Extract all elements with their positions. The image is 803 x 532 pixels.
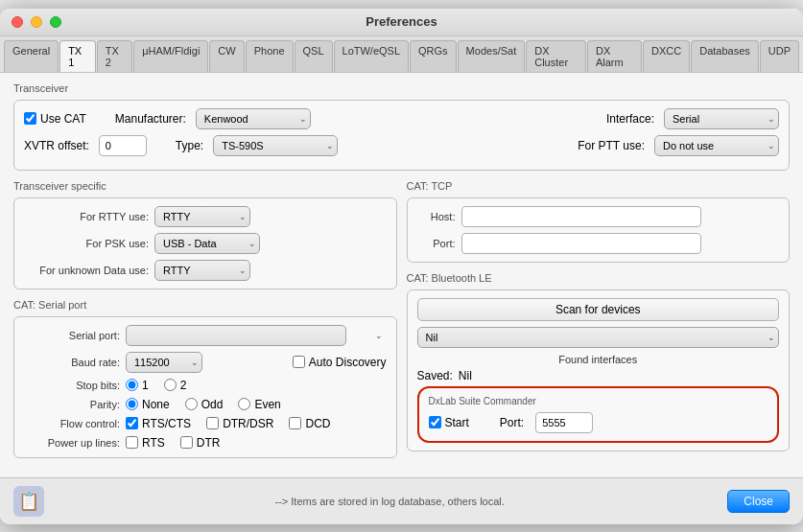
cat-serial-section: CAT: Serial port Serial port: ⌄ xyxy=(13,299,397,458)
tab-phone[interactable]: Phone xyxy=(246,40,294,72)
flow-rts-wrap: RTS/CTS xyxy=(126,417,191,430)
stop-bits-1-label: 1 xyxy=(142,379,149,392)
tab-dxcluster[interactable]: DX Cluster xyxy=(526,40,586,72)
power-dtr-checkbox[interactable] xyxy=(180,436,193,449)
unknown-select[interactable]: RTTY xyxy=(154,260,250,281)
baud-rate-row: Baud rate: 115200 ⌄ Auto Discovery xyxy=(24,352,387,373)
max-traffic-light[interactable] xyxy=(50,16,61,28)
rtty-select[interactable]: RTTY xyxy=(154,206,250,227)
host-input[interactable] xyxy=(461,206,701,227)
cat-tcp-section: CAT: TCP Host: Port: xyxy=(407,180,791,263)
nil-select-wrap: Nil ⌄ xyxy=(417,327,780,348)
stop-bits-1-wrap: 1 xyxy=(126,379,149,392)
psk-select-wrap: USB - Data ⌄ xyxy=(154,233,260,254)
dxlab-port-label: Port: xyxy=(500,416,524,429)
manufacturer-label: Manufacturer: xyxy=(115,112,186,126)
use-cat-wrap: Use CAT xyxy=(24,112,86,126)
min-traffic-light[interactable] xyxy=(31,16,42,28)
scan-button[interactable]: Scan for devices xyxy=(417,298,780,321)
unknown-select-wrap: RTTY ⌄ xyxy=(154,260,250,281)
for-ptt-select-wrap: Do not use ⌄ xyxy=(654,135,779,156)
psk-select[interactable]: USB - Data xyxy=(154,233,260,254)
tab-cw[interactable]: CW xyxy=(209,40,244,72)
transceiver-box: Use CAT Manufacturer: Kenwood ⌄ Interfac… xyxy=(13,100,790,171)
transceiver-specific-section: Transceiver specific For RTTY use: RTTY … xyxy=(13,180,397,289)
interface-select[interactable]: Serial xyxy=(664,108,779,129)
saved-value: Nil xyxy=(459,369,472,382)
stop-bits-2-label: 2 xyxy=(180,379,187,392)
dxlab-start-wrap: Start xyxy=(429,416,469,429)
flow-dtr-checkbox[interactable] xyxy=(206,417,219,429)
xvtr-offset-input[interactable] xyxy=(99,135,147,156)
parity-none-radio[interactable] xyxy=(126,398,138,410)
tab-qsl[interactable]: QSL xyxy=(295,40,333,72)
type-select[interactable]: TS-590S xyxy=(213,135,338,156)
logbook-symbol: 📋 xyxy=(18,491,39,512)
manufacturer-select[interactable]: Kenwood xyxy=(196,108,311,129)
dxlab-start-checkbox[interactable] xyxy=(429,416,441,428)
use-cat-checkbox[interactable] xyxy=(24,112,36,125)
tab-modes[interactable]: Modes/Sat xyxy=(458,40,526,72)
dxlab-title: DxLab Suite Commander xyxy=(429,396,768,406)
parity-even-radio[interactable] xyxy=(238,398,250,410)
parity-none-label: None xyxy=(142,398,170,411)
host-label: Host: xyxy=(417,211,456,222)
nil-row: Nil ⌄ xyxy=(417,327,780,348)
tab-databases[interactable]: Databases xyxy=(691,40,759,72)
tab-qrgs[interactable]: QRGs xyxy=(410,40,457,72)
tcp-port-row: Port: xyxy=(417,233,780,254)
tab-udp[interactable]: UDP xyxy=(760,40,799,72)
tab-tx1[interactable]: TX 1 xyxy=(59,40,96,72)
dxlab-port-input[interactable] xyxy=(535,412,593,433)
flow-rts-checkbox[interactable] xyxy=(126,417,138,429)
auto-discovery-label: Auto Discovery xyxy=(309,356,387,369)
tab-uham[interactable]: μHAM/Fldigi xyxy=(133,40,208,72)
stop-bits-row: Stop bits: 1 2 xyxy=(24,379,387,392)
parity-even-label: Even xyxy=(254,398,280,411)
for-ptt-label: For PTT use: xyxy=(578,139,645,152)
right-col: CAT: TCP Host: Port: CAT: Blue xyxy=(407,180,791,468)
title-bar: Preferences xyxy=(0,9,803,36)
power-up-row: Power up lines: RTS DTR xyxy=(24,436,387,450)
parity-even-wrap: Even xyxy=(238,398,280,411)
parity-odd-label: Odd xyxy=(201,398,224,411)
serial-port-label: Serial port: xyxy=(24,330,120,341)
stop-bits-2-radio[interactable] xyxy=(164,379,177,391)
stop-bits-2-wrap: 2 xyxy=(164,379,187,392)
transceiver-row1: Use CAT Manufacturer: Kenwood ⌄ Interfac… xyxy=(24,108,779,129)
tab-dxalarm[interactable]: DX Alarm xyxy=(587,40,642,72)
tcp-port-input[interactable] xyxy=(461,233,701,254)
close-button[interactable]: Close xyxy=(727,490,790,513)
nil-select[interactable]: Nil xyxy=(417,327,780,348)
manufacturer-select-wrap: Kenwood ⌄ xyxy=(196,108,311,129)
auto-discovery-checkbox[interactable] xyxy=(293,356,305,368)
for-ptt-select[interactable]: Do not use xyxy=(654,135,779,156)
cat-bluetooth-title: CAT: Bluetooth LE xyxy=(407,272,791,284)
power-rts-label: RTS xyxy=(142,436,165,450)
power-rts-checkbox[interactable] xyxy=(126,436,138,449)
parity-label: Parity: xyxy=(24,399,120,410)
parity-odd-radio[interactable] xyxy=(185,398,198,410)
tab-lotw[interactable]: LoTW/eQSL xyxy=(334,40,410,72)
dxlab-row: Start Port: xyxy=(429,412,768,433)
tab-dxcc[interactable]: DXCC xyxy=(643,40,690,72)
saved-row: Saved: Nil xyxy=(417,369,780,382)
saved-label: Saved: xyxy=(417,369,453,382)
serial-port-row: Serial port: ⌄ xyxy=(24,325,387,346)
rtty-label: For RTTY use: xyxy=(24,211,149,222)
transceiver-row2: XVTR offset: Type: TS-590S ⌄ For PTT use… xyxy=(24,135,779,156)
parity-row: Parity: None Odd xyxy=(24,398,387,411)
unknown-row: For unknown Data use: RTTY ⌄ xyxy=(24,260,387,281)
tab-general[interactable]: General xyxy=(4,40,59,72)
baud-rate-select[interactable]: 115200 xyxy=(126,352,202,373)
baud-rate-label: Baud rate: xyxy=(24,357,120,368)
baud-rate-select-wrap: 115200 ⌄ xyxy=(126,352,202,373)
stop-bits-1-radio[interactable] xyxy=(126,379,138,391)
serial-port-select[interactable] xyxy=(126,325,346,346)
dxlab-start-label: Start xyxy=(445,416,469,429)
flow-dcd-checkbox[interactable] xyxy=(289,417,301,429)
type-select-wrap: TS-590S ⌄ xyxy=(213,135,338,156)
stop-bits-radio-group: 1 2 xyxy=(126,379,186,392)
tab-tx2[interactable]: TX 2 xyxy=(97,40,133,72)
close-traffic-light[interactable] xyxy=(12,16,23,28)
